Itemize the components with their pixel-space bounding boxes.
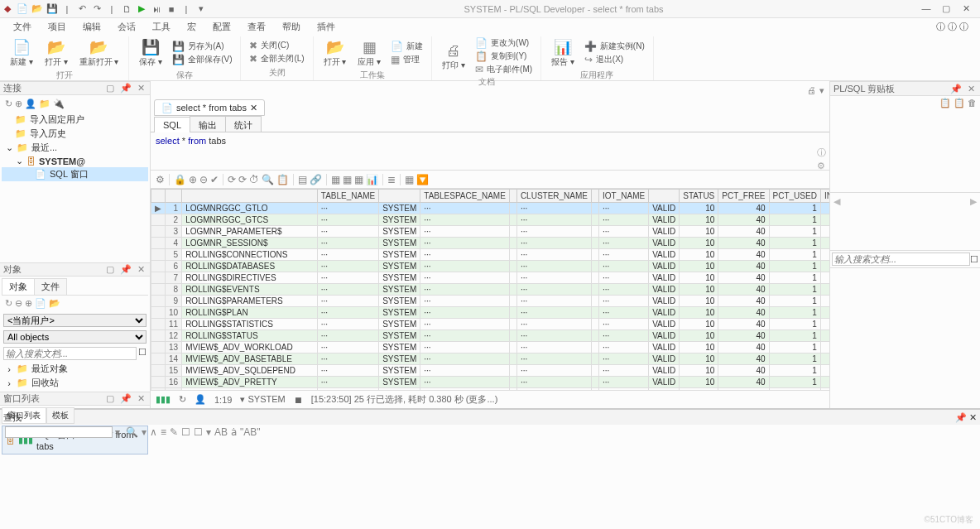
find-tool-icon[interactable]: ▾ <box>142 426 147 438</box>
table-row[interactable]: 15MVIEW$_ADV_SQLDEPEND···SYSTEM·········… <box>151 365 830 377</box>
nav-right-icon[interactable]: ▶ <box>970 196 977 207</box>
column-header[interactable]: PCT_FREE <box>718 190 769 203</box>
grid-tool-icon[interactable]: 📋 <box>276 174 289 185</box>
copy-icon[interactable]: 📋 <box>939 98 951 108</box>
folder-icon[interactable]: 📂 <box>49 298 60 309</box>
refresh-icon[interactable]: ↻ <box>5 298 12 309</box>
close-button[interactable]: ✕ <box>960 3 972 14</box>
run-icon[interactable]: ▶ <box>136 3 147 15</box>
table-row[interactable]: 6ROLLING$DATABASES···SYSTEM·········VALI… <box>151 261 830 272</box>
find-tool-icon[interactable]: ☐ <box>181 426 190 438</box>
ribbon-新建[interactable]: 📄新建 <box>387 40 426 53</box>
grid-tool-icon[interactable]: ≣ <box>387 174 396 185</box>
minimize-button[interactable]: — <box>920 3 932 14</box>
user-select[interactable]: <当前用户> <box>3 314 147 327</box>
save-icon[interactable]: 💾 <box>46 3 58 15</box>
ribbon-新建实例(N)[interactable]: ➕新建实例(N) <box>581 40 648 53</box>
close-tab-icon[interactable]: ✕ <box>250 103 257 113</box>
panel-dock-icon[interactable]: ▢ <box>104 83 116 93</box>
grid-tool-icon[interactable]: ✔ <box>210 174 219 185</box>
grid-tool-icon[interactable]: 🔍 <box>262 174 274 185</box>
table-row[interactable]: 3LOGMNR_PARAMETER$···SYSTEM·········VALI… <box>151 226 830 238</box>
clear-icon[interactable]: ☐ <box>138 347 147 360</box>
expand-icon[interactable]: › <box>5 364 13 374</box>
expand-icon[interactable]: ⊕ <box>25 298 32 309</box>
ribbon-关闭(C)[interactable]: ✖关闭(C) <box>246 39 307 52</box>
table-row[interactable]: 16MVIEW$_ADV_PRETTY···SYSTEM·········VAL… <box>151 377 830 388</box>
column-header[interactable] <box>379 190 420 203</box>
find-tool-icon[interactable]: 🔍 <box>126 426 138 438</box>
find-tool-icon[interactable]: ▾ <box>206 426 211 438</box>
ribbon-新建[interactable]: 📄新建 ▾ <box>5 36 38 70</box>
tree-sql-window[interactable]: SQL 窗口 <box>50 168 89 180</box>
clipboard-search-input[interactable] <box>832 252 970 266</box>
grid-tool-icon[interactable]: ⟳ <box>228 174 236 185</box>
menu-session[interactable]: 会话 <box>111 19 142 35</box>
column-header[interactable]: PCT_USED <box>769 190 820 203</box>
grid-wrapper[interactable]: TABLE_NAMETABLESPACE_NAMECLUSTER_NAMEIOT… <box>151 189 829 390</box>
info-icon[interactable]: ⓘ <box>817 147 826 159</box>
grid-tool-icon[interactable]: ⚙ <box>156 174 165 185</box>
add-icon[interactable]: ⊕ <box>15 99 22 109</box>
table-row[interactable]: ▶1LOGMNRGGC_GTLO···SYSTEM·········VALID1… <box>151 203 830 214</box>
find-tool-icon[interactable]: ∧ <box>150 426 157 438</box>
gear-icon[interactable]: ⚙ <box>817 161 826 171</box>
table-row[interactable]: 2LOGMNRGGC_GTCS···SYSTEM·········VALID10… <box>151 214 830 226</box>
panel-pin-icon[interactable]: 📌 <box>118 264 133 274</box>
tab-files[interactable]: 文件 <box>34 278 67 295</box>
folder-icon[interactable]: 📁 <box>39 99 50 109</box>
menu-plugins[interactable]: 插件 <box>310 19 342 35</box>
tree-recent[interactable]: 最近... <box>31 142 57 154</box>
find-tool-icon[interactable]: ȧ <box>231 426 237 438</box>
tab-template[interactable]: 模板 <box>46 407 74 424</box>
panel-pin-icon[interactable]: 📌 <box>949 84 963 94</box>
grid-tool-icon[interactable]: ▦ <box>405 174 414 185</box>
column-header[interactable] <box>182 190 318 203</box>
column-header[interactable] <box>592 190 599 203</box>
table-row[interactable]: 4LOGMNR_SESSION$···SYSTEM·········VALID1… <box>151 238 830 249</box>
column-header[interactable] <box>509 190 516 203</box>
panel-close-icon[interactable]: ✕ <box>136 83 147 93</box>
table-row[interactable]: 8ROLLING$EVENTS···SYSTEM·········VALID10… <box>151 284 830 296</box>
ribbon-管理[interactable]: ▦管理 <box>387 53 426 66</box>
find-tool-icon[interactable]: AB <box>214 426 228 438</box>
find-tool-icon[interactable]: ✎ <box>170 426 178 438</box>
grid-tool-icon[interactable]: ⊖ <box>199 174 208 185</box>
column-header[interactable]: INI_TRANS <box>820 190 829 203</box>
grid-tool-icon[interactable]: ⏱ <box>249 174 259 185</box>
ribbon-保存[interactable]: 💾保存 ▾ <box>134 36 167 70</box>
dropdown-icon[interactable]: ▾ <box>819 85 824 96</box>
ribbon-打开[interactable]: 📂打开 ▾ <box>319 36 352 70</box>
menu-file[interactable]: 文件 <box>7 19 38 35</box>
tree-recycle-bin[interactable]: 回收站 <box>31 377 59 389</box>
table-row[interactable]: 13MVIEW$_ADV_WORKLOAD···SYSTEM·········V… <box>151 342 830 353</box>
grid-tool-icon[interactable]: ⊕ <box>189 174 197 185</box>
find-tool-icon[interactable]: "AB" <box>240 426 261 438</box>
grid-tool-icon[interactable]: ▤ <box>298 174 307 185</box>
ribbon-全部关闭(L)[interactable]: ✖全部关闭(L) <box>246 52 307 65</box>
grid-tool-icon[interactable]: 🔗 <box>310 174 322 185</box>
tree-system[interactable]: SYSTEM@ <box>39 156 85 166</box>
refresh-icon[interactable]: ↻ <box>179 394 186 405</box>
find-tool-icon[interactable]: ≡ <box>161 426 166 438</box>
objects-search-input[interactable] <box>3 347 137 360</box>
ribbon-打印[interactable]: 🖨打印 ▾ <box>437 41 470 73</box>
redo-icon[interactable]: ↷ <box>91 3 103 15</box>
ribbon-全部保存(V)[interactable]: 💾全部保存(V) <box>169 53 235 66</box>
expand-icon[interactable]: › <box>5 378 13 388</box>
column-header[interactable]: STATUS <box>680 190 718 203</box>
panel-pin-icon[interactable]: 📌 <box>955 412 967 422</box>
step-icon[interactable]: ⏯ <box>151 3 162 15</box>
column-header[interactable]: IOT_NAME <box>599 190 649 203</box>
filter-select[interactable]: All objects <box>3 330 147 344</box>
table-row[interactable]: 14MVIEW$_ADV_BASETABLE···SYSTEM·········… <box>151 353 830 365</box>
tree-import-fixed[interactable]: 导入固定用户 <box>30 113 84 126</box>
dropdown-icon[interactable]: ▾ <box>115 426 120 438</box>
db-dropdown[interactable]: ▾ SYSTEM <box>240 394 285 405</box>
print-icon[interactable]: 🖨 <box>807 85 816 95</box>
column-header[interactable]: CLUSTER_NAME <box>516 190 591 203</box>
table-row[interactable]: 10ROLLING$PLAN···SYSTEM·········VALID104… <box>151 307 830 319</box>
stop-icon[interactable]: ■ <box>166 3 177 15</box>
open-icon[interactable]: 📂 <box>31 3 43 15</box>
table-row[interactable]: 7ROLLING$DIRECTIVES···SYSTEM·········VAL… <box>151 272 830 284</box>
